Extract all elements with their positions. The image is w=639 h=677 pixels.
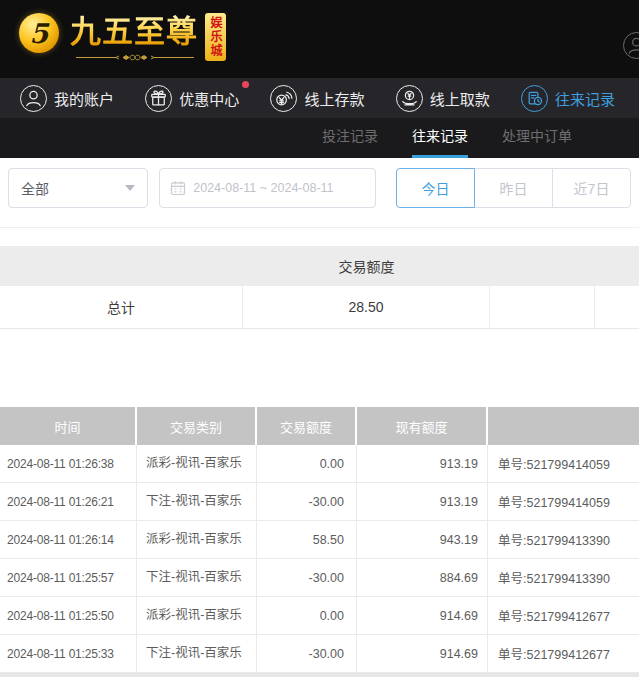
summary-total-row: 总计 28.50 bbox=[0, 286, 639, 329]
table-header-row: 时间 交易类别 交易额度 现有额度 bbox=[0, 407, 639, 445]
nav-item-transaction-records[interactable]: 往来记录 bbox=[521, 85, 615, 112]
cell-balance: 914.69 bbox=[357, 635, 488, 672]
today-button[interactable]: 今日 bbox=[396, 168, 475, 208]
nav-item-promotions[interactable]: 优惠中心 bbox=[145, 85, 239, 112]
type-select-value: 全部 bbox=[21, 178, 49, 198]
nav-label: 线上取款 bbox=[430, 88, 490, 109]
table-row: 2024-08-11 01:26:14 派彩-视讯-百家乐 58.50 943.… bbox=[0, 521, 639, 559]
gift-icon bbox=[145, 85, 172, 112]
cell-remark: 单号:521799412677 bbox=[488, 597, 639, 634]
withdraw-coin-icon bbox=[396, 85, 423, 112]
summary-table: 交易额度 总计 28.50 bbox=[0, 246, 639, 329]
last7days-button[interactable]: 近7日 bbox=[552, 168, 631, 208]
cell-time: 2024-08-11 01:25:33 bbox=[0, 635, 137, 672]
cell-category: 下注-视讯-百家乐 bbox=[137, 559, 257, 596]
cell-balance: 913.19 bbox=[357, 445, 488, 482]
nav-label: 线上存款 bbox=[304, 88, 364, 109]
table-row: 2024-08-11 01:26:21 下注-视讯-百家乐 -30.00 913… bbox=[0, 483, 639, 521]
cell-remark: 单号:521799414059 bbox=[488, 483, 639, 520]
summary-header-amount: 交易额度 bbox=[243, 256, 490, 276]
cell-time: 2024-08-11 01:25:57 bbox=[0, 559, 137, 596]
summary-total-label: 总计 bbox=[0, 286, 243, 328]
nav-label: 我的账户 bbox=[54, 88, 114, 109]
cell-balance: 914.69 bbox=[357, 597, 488, 634]
tab-pending-orders[interactable]: 处理中订单 bbox=[502, 118, 572, 158]
nav-label: 往来记录 bbox=[555, 88, 615, 109]
next-row-clipped bbox=[0, 673, 639, 677]
logo-text-block: 九五至尊 bbox=[70, 13, 198, 63]
nav-label: 优惠中心 bbox=[179, 88, 239, 109]
summary-total-value: 28.50 bbox=[243, 286, 490, 328]
brand-badge: 娱乐城 bbox=[205, 13, 226, 61]
cell-category: 派彩-视讯-百家乐 bbox=[137, 521, 257, 558]
transactions-table: 时间 交易类别 交易额度 现有额度 2024-08-11 01:26:38 派彩… bbox=[0, 407, 639, 677]
cell-amount: 0.00 bbox=[257, 597, 357, 634]
nav-item-my-account[interactable]: 我的账户 bbox=[20, 85, 114, 112]
caret-down-icon bbox=[125, 185, 135, 191]
logo-link[interactable]: 5 九五至尊 娱乐城 bbox=[19, 13, 226, 63]
table-row: 2024-08-11 01:25:50 派彩-视讯-百家乐 0.00 914.6… bbox=[0, 597, 639, 635]
cell-remark: 单号:521799413390 bbox=[488, 521, 639, 558]
nav-item-online-deposit[interactable]: 线上存款 bbox=[270, 85, 364, 112]
brand-header: 5 九五至尊 娱乐城 bbox=[0, 0, 639, 78]
summary-header-row: 交易额度 bbox=[0, 246, 639, 286]
cell-remark: 单号:521799414059 bbox=[488, 445, 639, 482]
cell-time: 2024-08-11 01:26:14 bbox=[0, 521, 137, 558]
table-row: 2024-08-11 01:25:33 下注-视讯-百家乐 -30.00 914… bbox=[0, 635, 639, 673]
tab-transaction-records[interactable]: 往来记录 bbox=[412, 118, 468, 158]
logo-mark: 5 bbox=[19, 13, 59, 53]
table-row: 2024-08-11 01:25:57 下注-视讯-百家乐 -30.00 884… bbox=[0, 559, 639, 597]
user-avatar-icon[interactable] bbox=[623, 32, 639, 59]
flourish-ornament-icon bbox=[74, 52, 196, 63]
records-clock-icon bbox=[521, 85, 548, 112]
col-header-category: 交易类别 bbox=[137, 407, 257, 445]
cell-balance: 884.69 bbox=[357, 559, 488, 596]
tab-betting-records[interactable]: 投注记录 bbox=[322, 118, 378, 158]
col-header-amount: 交易额度 bbox=[257, 407, 357, 445]
col-header-remark bbox=[488, 407, 639, 445]
user-icon bbox=[20, 85, 47, 112]
cell-category: 派彩-视讯-百家乐 bbox=[137, 445, 257, 482]
table-row: 2024-08-11 01:26:38 派彩-视讯-百家乐 0.00 913.1… bbox=[0, 445, 639, 483]
cell-balance: 943.19 bbox=[357, 521, 488, 558]
quick-date-buttons: 今日 昨日 近7日 bbox=[396, 168, 631, 208]
col-header-balance: 现有额度 bbox=[357, 407, 488, 445]
cell-category: 下注-视讯-百家乐 bbox=[137, 635, 257, 672]
cell-time: 2024-08-11 01:26:21 bbox=[0, 483, 137, 520]
type-select[interactable]: 全部 bbox=[8, 168, 148, 208]
col-header-time: 时间 bbox=[0, 407, 137, 445]
yesterday-button[interactable]: 昨日 bbox=[474, 168, 553, 208]
summary-empty-cell bbox=[490, 286, 595, 328]
cell-amount: -30.00 bbox=[257, 635, 357, 672]
cell-amount: -30.00 bbox=[257, 483, 357, 520]
nav-item-online-withdrawal[interactable]: 线上取款 bbox=[396, 85, 490, 112]
summary-empty-cell bbox=[595, 286, 639, 328]
cell-remark: 单号:521799412677 bbox=[488, 635, 639, 672]
main-nav: 我的账户 优惠中心 线上存款 bbox=[0, 78, 639, 118]
cell-amount: 0.00 bbox=[257, 445, 357, 482]
cell-category: 下注-视讯-百家乐 bbox=[137, 483, 257, 520]
cell-balance: 913.19 bbox=[357, 483, 488, 520]
deposit-coin-icon bbox=[270, 85, 297, 112]
notification-dot bbox=[242, 81, 249, 88]
cell-time: 2024-08-11 01:25:50 bbox=[0, 597, 137, 634]
filter-bar: 全部 2024-08-11 ~ 2024-08-11 今日 昨日 近7日 bbox=[0, 158, 639, 228]
cell-amount: -30.00 bbox=[257, 559, 357, 596]
cell-category: 派彩-视讯-百家乐 bbox=[137, 597, 257, 634]
cell-time: 2024-08-11 01:26:38 bbox=[0, 445, 137, 482]
calendar-icon bbox=[170, 180, 186, 196]
date-range-value: 2024-08-11 ~ 2024-08-11 bbox=[193, 181, 333, 195]
date-range-input[interactable]: 2024-08-11 ~ 2024-08-11 bbox=[159, 168, 376, 208]
brand-title: 九五至尊 bbox=[70, 13, 198, 51]
cell-remark: 单号:521799413390 bbox=[488, 559, 639, 596]
cell-amount: 58.50 bbox=[257, 521, 357, 558]
record-tabs: 投注记录 往来记录 处理中订单 bbox=[0, 118, 639, 158]
